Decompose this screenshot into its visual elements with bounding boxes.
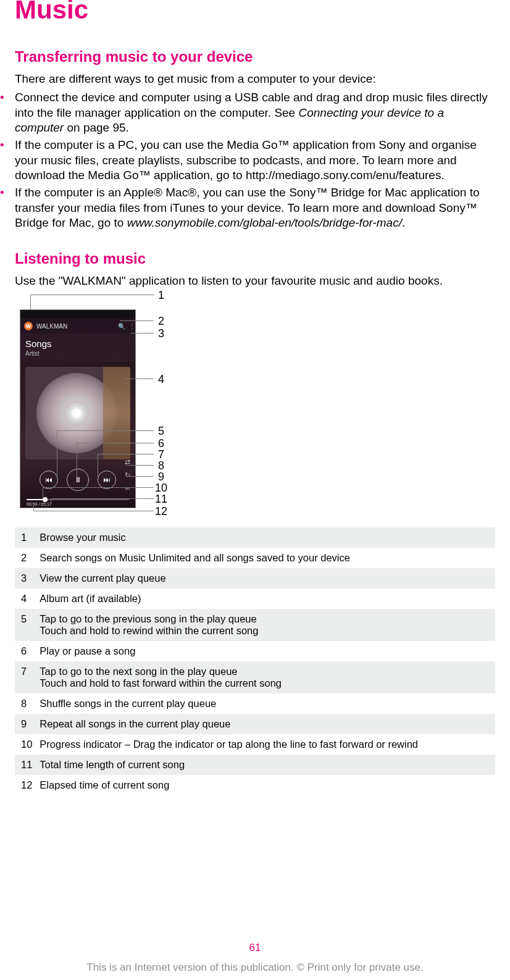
progress-knob[interactable]: [43, 497, 48, 502]
album-art: [25, 367, 130, 459]
section-heading-listening: Listening to music: [15, 250, 495, 267]
table-row: 10Progress indicator – Drag the indicato…: [15, 734, 495, 755]
repeat-icon[interactable]: ↻: [125, 471, 130, 479]
leader-line: [98, 454, 98, 477]
leader-line: [33, 511, 154, 511]
legend-text: Tap to go to the next song in the play q…: [36, 661, 495, 693]
legend-number: 8: [15, 693, 36, 714]
time-label: 00:59 / 05:17: [27, 502, 52, 506]
table-row: 11Total time length of current song: [15, 755, 495, 775]
legend-text: Shuffle songs in the current play queue: [36, 693, 495, 714]
section2-intro: Use the "WALKMAN" application to listen …: [15, 274, 495, 288]
walkman-figure: W WALKMAN 🔍 ⋮ Songs Artist ⏮ ⏸ ⏭ ⇄ ↻: [15, 295, 175, 514]
legend-text: Browse your music: [36, 527, 495, 548]
leader-line: [131, 333, 154, 333]
legend-number: 6: [15, 641, 36, 661]
legend-text: Album art (if available): [36, 588, 495, 609]
app-name-label: WALKMAN: [36, 323, 67, 330]
callout-number: 4: [158, 373, 164, 386]
artist-label: Artist: [25, 350, 130, 357]
leader-line: [30, 295, 154, 295]
legend-number: 1: [15, 527, 36, 548]
overflow-menu-icon[interactable]: ⋮: [129, 323, 135, 330]
callout-number: 12: [155, 505, 167, 518]
leader-line: [57, 430, 154, 431]
leader-line: [43, 487, 43, 498]
infinity-icon[interactable]: ∞: [125, 484, 130, 492]
table-row: 8Shuffle songs in the current play queue: [15, 693, 495, 714]
legend-number: 12: [15, 775, 36, 795]
leader-line: [33, 505, 34, 511]
next-button[interactable]: ⏭: [98, 471, 116, 489]
bullet-item: Connect the device and computer using a …: [4, 90, 495, 135]
phone-screenshot: W WALKMAN 🔍 ⋮ Songs Artist ⏮ ⏸ ⏭ ⇄ ↻: [20, 309, 136, 508]
bullet-text-post: .: [402, 216, 405, 229]
bullet-text-post: on page 95.: [64, 121, 129, 134]
legend-text: Tap to go to the previous song in the pl…: [36, 609, 495, 641]
callout-number: 2: [158, 315, 164, 328]
table-row: 4Album art (if available): [15, 588, 495, 609]
leader-line: [77, 443, 154, 443]
legend-text: Search songs on Music Unlimited and all …: [36, 548, 495, 568]
table-row: 2Search songs on Music Unlimited and all…: [15, 548, 495, 568]
previous-button[interactable]: ⏮: [40, 471, 58, 489]
bullet-emphasis: www.sonymobile.com/global-en/tools/bridg…: [127, 216, 402, 229]
leader-line: [120, 320, 154, 321]
legend-text: View the current play queue: [36, 568, 495, 588]
bullet-item: If the computer is an Apple® Mac®, you c…: [4, 185, 495, 230]
legend-text: Play or pause a song: [36, 641, 495, 661]
legend-text: Total time length of current song: [36, 755, 495, 775]
songs-header: Songs Artist: [20, 333, 135, 362]
table-row: 9Repeat all songs in the current play qu…: [15, 714, 495, 734]
leader-line: [98, 454, 154, 454]
leader-line: [127, 476, 154, 477]
callout-number: 1: [158, 289, 164, 302]
album-image: [103, 367, 130, 459]
legend-table: 1Browse your music2Search songs on Music…: [15, 527, 495, 795]
leader-line: [43, 487, 154, 488]
legend-text: Progress indicator – Drag the indicator …: [36, 734, 495, 755]
table-row: 12Elapsed time of current song: [15, 775, 495, 795]
callout-number: 11: [155, 493, 167, 506]
app-header: W WALKMAN 🔍 ⋮: [20, 319, 135, 333]
legend-number: 9: [15, 714, 36, 734]
bullet-text: If the computer is a PC, you can use the…: [15, 138, 477, 182]
legend-number: 7: [15, 661, 36, 693]
leader-line: [125, 379, 154, 379]
table-row: 7Tap to go to the next song in the play …: [15, 661, 495, 693]
footer-notice: This is an Internet version of this publ…: [0, 961, 510, 974]
page-title: Music: [15, 0, 495, 25]
progress-bar[interactable]: [27, 499, 129, 500]
legend-number: 10: [15, 734, 36, 755]
leader-line: [77, 443, 77, 477]
leader-line: [57, 430, 57, 477]
walkman-logo-icon: W: [24, 322, 33, 330]
bullet-list: Connect the device and computer using a …: [4, 90, 495, 230]
bullet-item: If the computer is a PC, you can use the…: [4, 138, 495, 183]
legend-number: 5: [15, 609, 36, 641]
page-number: 61: [0, 942, 510, 954]
section1-intro: There are different ways to get music fr…: [15, 72, 495, 86]
songs-title-label: Songs: [25, 338, 130, 349]
legend-text: Repeat all songs in the current play que…: [36, 714, 495, 734]
table-row: 1Browse your music: [15, 527, 495, 548]
callout-number: 5: [158, 425, 164, 438]
leader-line: [51, 498, 51, 505]
callout-number: 3: [158, 327, 164, 340]
legend-number: 2: [15, 548, 36, 568]
leader-line: [51, 498, 154, 499]
notification-bar: [20, 310, 135, 319]
table-row: 6Play or pause a song: [15, 641, 495, 661]
search-icon[interactable]: 🔍: [118, 323, 125, 330]
playback-controls: ⏮ ⏸ ⏭: [20, 471, 135, 491]
leader-line: [30, 295, 31, 309]
legend-text: Elapsed time of current song: [36, 775, 495, 795]
legend-number: 4: [15, 588, 36, 609]
leader-line: [127, 465, 154, 466]
legend-number: 3: [15, 568, 36, 588]
table-row: 5Tap to go to the previous song in the p…: [15, 609, 495, 641]
section-heading-transferring: Transferring music to your device: [15, 48, 495, 65]
table-row: 3View the current play queue: [15, 568, 495, 588]
legend-number: 11: [15, 755, 36, 775]
